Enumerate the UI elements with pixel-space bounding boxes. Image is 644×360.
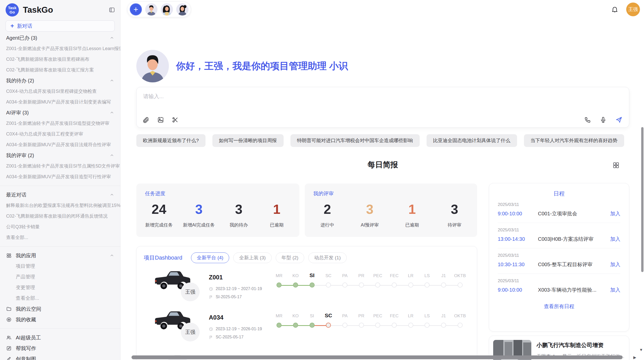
milestone-timeline: MRKOSISCPAPRPECFECLRLSJ1OKTB <box>271 312 468 329</box>
new-chat-button[interactable]: + 新对话 <box>6 20 115 32</box>
sidebar-link-star-icon[interactable]: 我的收藏 <box>0 314 120 325</box>
dashboard-filter-chip[interactable]: 动总开发 (1) <box>308 252 347 263</box>
section-label: Agent已办 (3) <box>6 35 37 41</box>
sidebar-section-title-recent[interactable]: 最近对话 <box>0 189 120 200</box>
sidebar-task-item[interactable]: A034-全新新能源MUV产品开发项目造型可行性评审 <box>0 171 120 182</box>
sidebar-collapse-icon[interactable] <box>109 7 115 13</box>
app-title: TaskGo <box>23 5 109 15</box>
sidebar-section-title[interactable]: Agent已办 (3) <box>0 33 120 43</box>
suggestion-chip[interactable]: 特朗普可能对进口汽车增税会对中国车企造成哪些影响 <box>290 134 420 147</box>
app-subitem[interactable]: 查看全部... <box>0 293 120 304</box>
sidebar-section-title[interactable]: AI评审 (3) <box>0 107 120 118</box>
suggestion-chips: 欧洲新规最近颁布了什么?如何写一份清晰的项目周报特朗普可能对进口汽车增税会对中国… <box>136 134 624 147</box>
schedule-time: 9:00-10:00 <box>498 211 538 217</box>
recent-conversation-item[interactable]: 查看全部... <box>0 232 120 243</box>
schedule-item: 2025/03/11 13:00-14:30 C003|H0B-方案冻结评审 加… <box>498 223 620 248</box>
sidebar-task-item[interactable]: Z001-全新燃油轻卡产品开发项目SI造型提交物评审 <box>0 118 120 129</box>
project-row[interactable]: 王强 Z001 2023-12-19 ~ 2027-01-19 SI-2025-… <box>144 266 470 306</box>
new-chat-label: 新对话 <box>17 23 32 29</box>
recent-conversation-item[interactable]: 公司Q3轻卡销量 <box>0 221 120 232</box>
dashboard-filters: 全新平台 (4)全新上装 (3)年型 (2)动总开发 (1) <box>191 252 347 263</box>
sidebar-my-apps[interactable]: 我的应用 <box>0 250 120 261</box>
image-icon[interactable] <box>157 116 164 123</box>
bell-icon[interactable] <box>611 6 619 13</box>
dashboard-filter-chip[interactable]: 年型 (2) <box>276 252 304 263</box>
dashboard-header: 项目Dashboard 全新平台 (4)全新上装 (3)年型 (2)动总开发 (… <box>144 252 470 263</box>
recent-conversation-item[interactable]: 解释最新出台的欧盟报废车法规再生塑料比例被调至15%... <box>0 200 120 211</box>
milestone-label: FEC <box>386 273 403 278</box>
dashboard-filter-chip[interactable]: 全新平台 (4) <box>191 252 229 263</box>
join-button[interactable]: 加入 <box>610 287 620 293</box>
mic-icon[interactable] <box>600 116 607 123</box>
plus-icon: + <box>10 22 14 29</box>
project-owner-badge: 王强 <box>181 282 200 301</box>
send-icon[interactable] <box>615 116 622 123</box>
milestone-label: SI <box>304 272 320 278</box>
sidebar-tool-pen-icon[interactable]: 创意制图 <box>0 354 120 360</box>
agent-avatar-2[interactable] <box>161 3 173 16</box>
greeting-text: 你好，王强，我是你的项目管理助理 小识 <box>176 60 348 72</box>
sidebar-task-item[interactable]: Z001-全新燃油皮卡产品开发项目SI节点Lesson Learn报告 <box>0 43 120 54</box>
add-agent-button[interactable]: + <box>130 3 142 16</box>
app-subitem[interactable]: 变更管理 <box>0 282 120 293</box>
join-button[interactable]: 加入 <box>610 210 620 217</box>
stat-label: 新增AI完成任务 <box>183 222 215 228</box>
scroll-right-arrow-icon[interactable]: ▶ <box>633 355 636 359</box>
sidebar-tool-write-icon[interactable]: 帮我写作 <box>0 343 120 354</box>
briefing-layout-icon[interactable] <box>612 162 620 169</box>
suggestion-chip[interactable]: 当下年轻人对汽车外观有怎样的喜好趋势 <box>524 134 624 147</box>
sidebar-link-folder-icon[interactable]: 我的云空间 <box>0 304 120 314</box>
milestone-label: KO <box>287 273 304 278</box>
dashboard-filter-chip[interactable]: 全新上装 (3) <box>233 252 272 263</box>
schedule-name: C005-整车工程目标评审 <box>538 261 610 268</box>
app-subitem[interactable]: 项目管理 <box>0 261 120 272</box>
sidebar-task-item[interactable]: C0X4-动力总成开发项目工程变更评审 <box>0 129 120 139</box>
suggestion-chip[interactable]: 如何写一份清晰的项目周报 <box>212 134 284 147</box>
view-all-schedule-link[interactable]: 查看所有日程 <box>498 299 620 314</box>
milestone-dot <box>392 282 397 288</box>
milestone-label: LR <box>402 273 419 278</box>
milestone-label: LS <box>419 273 435 278</box>
paperclip-icon[interactable] <box>143 116 150 123</box>
milestone-label: MR <box>271 313 287 319</box>
briefing-card: 任务进度 24 新增完成任务 3 新增AI完成任务 3 我的待办 1 已逾期 <box>136 184 299 237</box>
sidebar-task-item[interactable]: A034-全新新能源MUV产品开发项目计划变更表编写 <box>0 97 120 107</box>
horizontal-scrollbar[interactable] <box>131 355 623 359</box>
agent-avatar-3[interactable] <box>176 3 188 16</box>
scroll-down-arrow-icon[interactable]: ▼ <box>639 348 643 352</box>
stat: 2 进行中 <box>313 202 341 228</box>
divider <box>0 246 120 247</box>
stat: 3 新增AI完成任务 <box>183 202 215 228</box>
sidebar-section-title[interactable]: 我的待办 (2) <box>0 75 120 86</box>
project-date-range: 2023-12-19 ~ 2027-01-19 <box>209 287 262 291</box>
agent-avatar-1[interactable] <box>145 3 157 16</box>
divider <box>0 186 120 186</box>
sidebar-task-item[interactable]: C02-飞腾新能源轻客改款项目立项汇报方案 <box>0 65 120 75</box>
logo-text-top: Task <box>8 6 16 10</box>
sidebar-tool-users-icon[interactable]: AI超级员工 <box>0 332 120 343</box>
divider <box>0 328 120 329</box>
suggestion-chip[interactable]: 比亚迪全固态电池计划具体说了什么 <box>427 134 517 147</box>
join-button[interactable]: 加入 <box>610 261 620 268</box>
vertical-scrollbar[interactable] <box>641 127 643 272</box>
stat: 3 AI预评审 <box>356 202 384 228</box>
stat-label: 已逾期 <box>398 222 426 228</box>
sidebar-section-title[interactable]: 我的评审 (2) <box>0 150 120 161</box>
join-button[interactable]: 加入 <box>610 236 620 243</box>
sidebar-task-item[interactable]: A034-全新新能源MUV产品开发项目法规符合性评审 <box>0 139 120 150</box>
milestone-label: FEC <box>386 313 403 319</box>
sidebar-task-item[interactable]: C02-飞腾新能源轻客改款项目里程碑画布 <box>0 54 120 65</box>
sidebar-task-item[interactable]: Z001-全新燃油轻卡产品开发项目SI节点属性5D文件评审 <box>0 161 120 171</box>
schedule-date: 2025/03/11 <box>498 253 620 258</box>
user-avatar[interactable]: 王强 <box>626 3 640 16</box>
chat-input[interactable] <box>143 92 623 108</box>
scissors-icon[interactable] <box>172 116 179 123</box>
app-subitem[interactable]: 产品管理 <box>0 272 120 282</box>
sidebar-task-item[interactable]: C0X4-动力总成开发项目SI里程碑提交物检查 <box>0 86 120 97</box>
project-row[interactable]: 王强 A034 2023-12-19 ~ 2026-01-19 SC-2025-… <box>144 306 470 347</box>
flag-icon <box>209 295 213 299</box>
folder-icon <box>6 306 12 312</box>
phone-icon[interactable] <box>584 116 591 123</box>
recent-conversation-item[interactable]: C02-飞腾新能源轻客改款项目的闭环通告反馈情况 <box>0 211 120 221</box>
suggestion-chip[interactable]: 欧洲新规最近颁布了什么? <box>136 134 206 147</box>
